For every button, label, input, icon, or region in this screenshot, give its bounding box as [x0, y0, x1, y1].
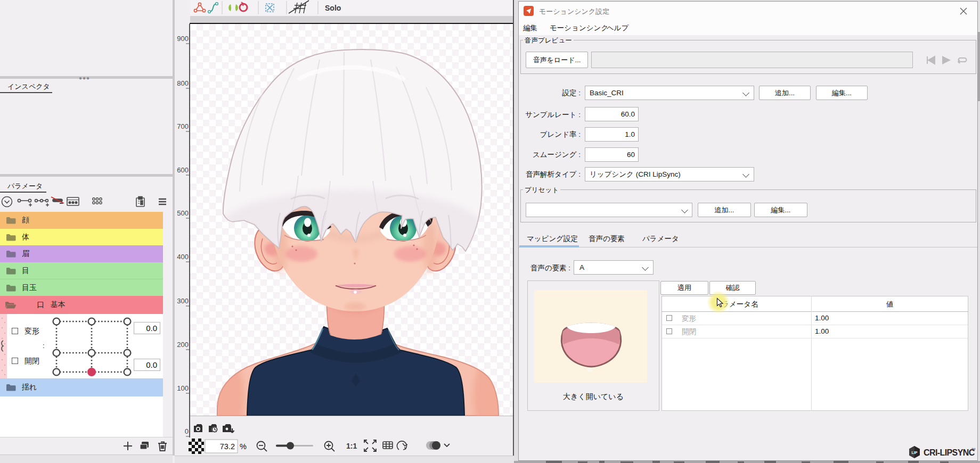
svg-text:CRI-LIPSYNC: CRI-LIPSYNC [924, 448, 975, 457]
svg-text:500: 500 [177, 209, 189, 217]
svg-text:700: 700 [177, 122, 189, 130]
svg-text:TM: TM [971, 448, 975, 451]
svg-text:1:1: 1:1 [346, 442, 357, 450]
svg-text:600: 600 [177, 166, 189, 174]
svg-text:LIP: LIP [912, 451, 918, 454]
svg-text:%: % [240, 442, 247, 451]
svg-text:73.2: 73.2 [220, 442, 235, 451]
svg-text:400: 400 [177, 253, 189, 261]
svg-text:900: 900 [177, 35, 189, 43]
svg-text:100: 100 [177, 384, 189, 392]
svg-text:0: 0 [185, 427, 189, 435]
svg-text:200: 200 [177, 341, 189, 349]
svg-text:800: 800 [177, 79, 189, 87]
svg-text:300: 300 [177, 297, 189, 305]
